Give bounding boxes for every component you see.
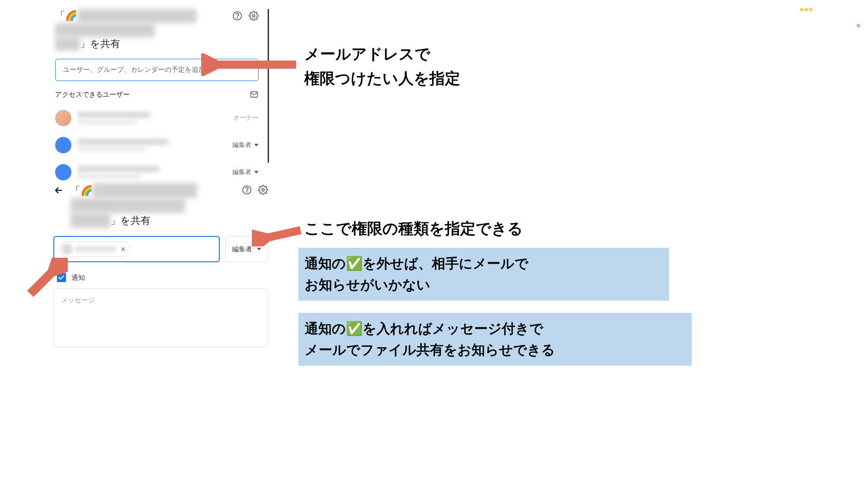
back-arrow-icon[interactable] xyxy=(53,185,64,196)
user-row: 編集者 xyxy=(55,164,259,180)
role-dropdown[interactable]: 編集者 xyxy=(232,168,259,176)
recipient-chip[interactable]: × xyxy=(60,241,131,257)
chevron-down-icon xyxy=(257,248,261,250)
annotation-email: メールアドレスで権限つけたい人を指定 xyxy=(304,42,460,91)
user-row: 編集者 xyxy=(55,137,259,153)
access-section-label: アクセスできるユーザー xyxy=(55,90,130,99)
brand-logo: ★★★ 集まる集客® xyxy=(799,6,860,36)
remove-chip-icon[interactable]: × xyxy=(119,245,127,254)
svg-point-5 xyxy=(246,192,247,192)
avatar xyxy=(55,164,71,180)
callout-notify-on: 通知の✅を入れればメッセージ付きでメールでファイル共有をお知らせできる xyxy=(298,313,692,366)
svg-point-1 xyxy=(237,18,237,18)
role-dropdown[interactable]: 編集者 xyxy=(232,141,259,149)
notify-checkbox[interactable] xyxy=(57,273,66,282)
dialog-title: 「🌈xxxxxxxxxxxxxxxxxxxxx xxxxxxxxxxxxxxxx… xyxy=(71,183,236,228)
chevron-down-icon xyxy=(254,144,259,146)
add-people-input[interactable]: ユーザー、グループ、カレンダーの予定を追加 xyxy=(55,59,259,81)
permission-select[interactable]: 編集者 xyxy=(225,236,268,262)
vertical-divider xyxy=(268,9,269,163)
help-icon[interactable] xyxy=(242,185,252,195)
message-textarea[interactable]: メッセージ xyxy=(53,288,268,347)
avatar xyxy=(55,137,71,153)
user-row: オーナー xyxy=(55,110,259,126)
chip-label xyxy=(75,246,116,252)
share-dialog-initial: 「🌈xxxxxxxxxxxxxxxxxxxxxxxx xxxxxxxxxxxxx… xyxy=(55,9,259,180)
svg-point-2 xyxy=(252,14,255,17)
chevron-down-icon xyxy=(254,171,259,174)
dialog-title: 「🌈xxxxxxxxxxxxxxxxxxxxxxxx xxxxxxxxxxxxx… xyxy=(55,9,232,51)
annotation-permission: ここで権限の種類を指定できる xyxy=(304,216,523,241)
gear-icon[interactable] xyxy=(258,185,268,195)
callout-notify-off: 通知の✅を外せば、相手にメールでお知らせがいかない xyxy=(298,248,669,301)
notify-label: 通知 xyxy=(71,274,85,282)
avatar xyxy=(62,244,73,255)
role-label: オーナー xyxy=(233,114,259,122)
svg-point-6 xyxy=(262,189,264,191)
share-dialog-notify: 「🌈xxxxxxxxxxxxxxxxxxxxx xxxxxxxxxxxxxxxx… xyxy=(53,183,268,347)
help-icon[interactable] xyxy=(232,11,242,21)
mail-icon[interactable] xyxy=(250,90,259,99)
recipient-input[interactable]: × xyxy=(53,236,220,262)
avatar xyxy=(55,110,71,126)
gear-icon[interactable] xyxy=(249,11,259,21)
